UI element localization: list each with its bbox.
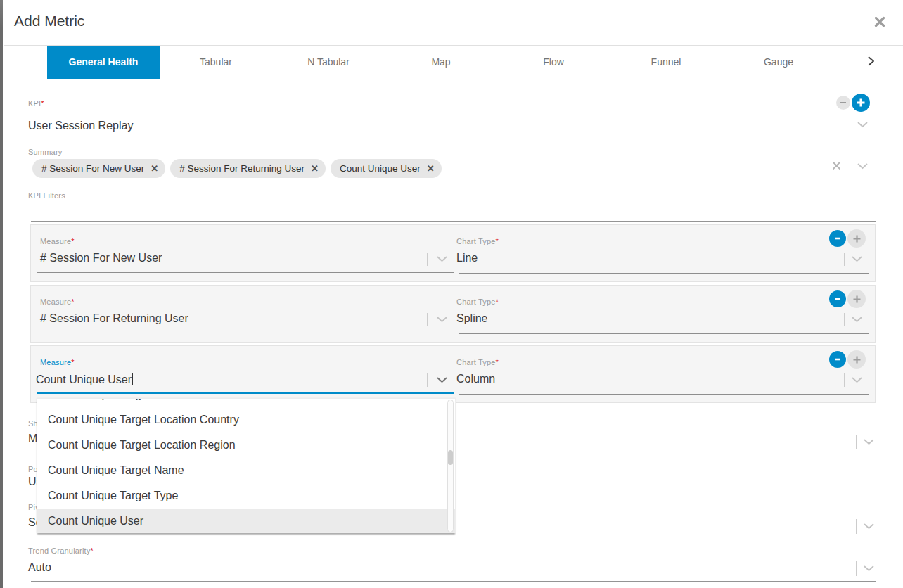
tab-gauge[interactable]: Gauge <box>722 46 835 79</box>
chart-type-value[interactable]: Column <box>456 373 495 385</box>
tab-funnel[interactable]: Funnel <box>610 46 722 79</box>
chart-type-chevron-down-icon[interactable] <box>852 377 862 383</box>
dropdown-item[interactable]: Count Unique User <box>37 509 455 533</box>
summary-underline <box>31 181 876 181</box>
tab-n-tabular[interactable]: N Tabular <box>272 46 385 79</box>
add-metric-modal: Add Metric General HealthTabularN Tabula… <box>0 0 903 588</box>
summary-chip-label: # Session For Returning User <box>179 159 305 178</box>
measure-value[interactable]: # Session For New User <box>40 252 162 264</box>
chart-type-chevron-down-icon[interactable] <box>852 256 862 262</box>
measure-remove-button[interactable] <box>829 230 846 247</box>
summary-chip-label: # Session For New User <box>41 159 144 178</box>
measure-add-button[interactable] <box>847 350 866 369</box>
chart-type-dropdown-separator <box>844 373 845 387</box>
kpi-filters-underline <box>31 221 876 222</box>
field-chevron-down-icon[interactable] <box>864 565 874 572</box>
chart-type-value[interactable]: Line <box>456 252 478 264</box>
field-underline <box>31 539 876 539</box>
chart-type-dropdown-separator <box>844 313 845 326</box>
field-dropdown-separator <box>856 435 857 449</box>
measure-value[interactable]: Count Unique User <box>36 373 133 386</box>
tab-tabular[interactable]: Tabular <box>160 46 272 79</box>
chart-type-label: Chart Type* <box>456 298 499 306</box>
plus-icon <box>856 98 866 108</box>
kpi-underline <box>31 139 876 139</box>
measure-remove-button[interactable] <box>829 290 846 307</box>
kpi-label: KPI* <box>28 99 44 108</box>
measure-dropdown-list: Count Unique Target IdCount Unique Targe… <box>37 398 456 533</box>
tab-flow[interactable]: Flow <box>497 46 610 79</box>
chart-type-label: Chart Type* <box>456 237 499 245</box>
chart-type-chevron-down-icon[interactable] <box>852 317 862 323</box>
summary-chevron-down-icon[interactable] <box>857 163 868 170</box>
measure-underline <box>37 333 454 333</box>
tabs-overflow-chevron-right-icon[interactable] <box>866 56 878 68</box>
tab-bar: General HealthTabularN TabularMapFlowFun… <box>47 46 835 79</box>
chip-remove-icon[interactable]: ✕ <box>150 164 158 173</box>
measure-label: Measure* <box>40 298 75 306</box>
measure-value[interactable]: # Session For Returning User <box>40 312 188 325</box>
measure-remove-button[interactable] <box>829 351 846 368</box>
kpi-dropdown-separator <box>850 117 850 133</box>
measure-row: Measure*Count Unique UserChart Type*Colu… <box>30 345 876 403</box>
dropdown-item[interactable]: Count Unique Target Location Region <box>37 433 455 458</box>
measure-dropdown-separator <box>427 373 428 387</box>
summary-chips: # Session For New User✕# Session For Ret… <box>32 159 442 178</box>
dropdown-scrollbar-thumb[interactable] <box>448 450 453 465</box>
dropdown-item[interactable]: Count Unique Target Id <box>37 398 455 407</box>
chart-type-value[interactable]: Spline <box>456 312 487 325</box>
tab-map[interactable]: Map <box>385 46 497 79</box>
measure-add-button[interactable] <box>847 290 866 308</box>
chip-remove-icon[interactable]: ✕ <box>311 164 319 173</box>
modal-title: Add Metric <box>14 13 84 30</box>
measure-row: Measure*# Session For New UserChart Type… <box>30 224 876 282</box>
measure-label: Measure* <box>40 237 75 245</box>
measure-add-button[interactable] <box>847 229 866 248</box>
measure-chevron-down-icon[interactable] <box>437 256 447 262</box>
kpi-chevron-down-icon[interactable] <box>857 122 868 128</box>
close-icon[interactable] <box>874 16 887 29</box>
field-dropdown-separator <box>856 519 857 534</box>
measure-label: Measure* <box>40 358 75 366</box>
dropdown-item[interactable]: Count Unique Target Type <box>37 483 455 509</box>
field-dropdown-separator <box>856 561 857 576</box>
minus-icon <box>839 98 847 107</box>
field-label: Trend Granularity* <box>28 547 94 555</box>
kpi-remove-button[interactable] <box>836 96 850 110</box>
summary-clear-icon[interactable] <box>832 161 841 170</box>
chart-type-underline <box>459 333 869 334</box>
summary-label: Summary <box>28 148 62 156</box>
chart-type-label: Chart Type* <box>456 358 499 366</box>
measure-chevron-down-icon[interactable] <box>437 317 447 323</box>
summary-chip-label: Count Unique User <box>340 159 421 178</box>
summary-chip: # Session For New User✕ <box>32 159 165 178</box>
kpi-filters-label: KPI Filters <box>28 191 65 200</box>
measure-row: Measure*# Session For Returning UserChar… <box>30 285 876 343</box>
chart-type-underline <box>459 394 869 395</box>
measure-chevron-down-icon[interactable] <box>437 377 447 383</box>
measure-underline-focused <box>37 392 454 394</box>
tab-general-health[interactable]: General Health <box>47 46 160 79</box>
measure-underline <box>37 272 454 273</box>
dropdown-scrollbar[interactable] <box>447 400 454 532</box>
summary-chip: Count Unique User✕ <box>331 159 442 178</box>
field-chevron-down-icon[interactable] <box>864 439 874 445</box>
kpi-add-button[interactable] <box>852 94 870 112</box>
measure-dropdown-separator <box>427 253 428 266</box>
text-caret <box>132 373 133 385</box>
summary-chip: # Session For Returning User✕ <box>170 159 326 178</box>
measure-dropdown-separator <box>427 313 428 326</box>
field-value[interactable]: Auto <box>28 561 51 574</box>
page-background-edge <box>0 0 3 588</box>
chart-type-underline <box>459 273 869 274</box>
field-underline <box>31 581 876 582</box>
dropdown-item[interactable]: Count Unique Target Name <box>37 458 455 483</box>
summary-dropdown-separator <box>850 159 850 174</box>
dropdown-item[interactable]: Count Unique Target Location Country <box>37 407 455 433</box>
chart-type-dropdown-separator <box>844 253 845 266</box>
field-chevron-down-icon[interactable] <box>864 523 874 530</box>
chip-remove-icon[interactable]: ✕ <box>427 164 435 173</box>
kpi-value[interactable]: User Session Replay <box>28 120 133 132</box>
